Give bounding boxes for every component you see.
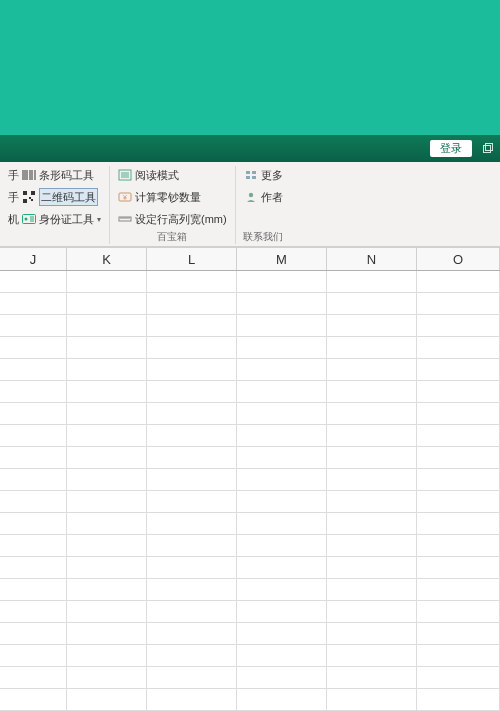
cell[interactable] <box>67 381 147 403</box>
calc-change-button[interactable]: ¥ 计算零钞数量 <box>116 188 229 206</box>
cell[interactable] <box>67 403 147 425</box>
cell[interactable] <box>237 381 327 403</box>
cell[interactable] <box>0 293 67 315</box>
cell[interactable] <box>327 491 417 513</box>
more-button[interactable]: 更多 <box>242 166 285 184</box>
column-header-N[interactable]: N <box>327 248 417 270</box>
column-header-J[interactable]: J <box>0 248 67 270</box>
row-col-mm-button[interactable]: 设定行高列宽(mm) <box>116 210 229 228</box>
qrcode-tool-button[interactable]: 二维码工具 <box>39 188 98 206</box>
cell[interactable] <box>327 403 417 425</box>
cell[interactable] <box>417 337 500 359</box>
cell[interactable] <box>67 623 147 645</box>
cell[interactable] <box>67 513 147 535</box>
column-header-O[interactable]: O <box>417 248 500 270</box>
cell[interactable] <box>237 557 327 579</box>
cell[interactable] <box>147 381 237 403</box>
cell[interactable] <box>67 557 147 579</box>
window-restore-icon[interactable] <box>480 142 494 156</box>
cell[interactable] <box>67 601 147 623</box>
cell[interactable] <box>147 689 237 711</box>
author-button[interactable]: 作者 <box>242 188 285 206</box>
cell[interactable] <box>67 293 147 315</box>
cell[interactable] <box>147 579 237 601</box>
cell[interactable] <box>147 535 237 557</box>
cell[interactable] <box>0 667 67 689</box>
cell[interactable] <box>417 557 500 579</box>
barcode-tool-button[interactable]: 条形码工具 <box>39 166 94 184</box>
column-header-K[interactable]: K <box>67 248 147 270</box>
cell[interactable] <box>327 623 417 645</box>
cell[interactable] <box>417 535 500 557</box>
cell[interactable] <box>147 271 237 293</box>
cell[interactable] <box>417 403 500 425</box>
cell[interactable] <box>237 293 327 315</box>
cell[interactable] <box>0 425 67 447</box>
cell[interactable] <box>67 469 147 491</box>
cell[interactable] <box>237 579 327 601</box>
cell[interactable] <box>0 513 67 535</box>
cell[interactable] <box>417 271 500 293</box>
cell[interactable] <box>237 623 327 645</box>
cell[interactable] <box>237 447 327 469</box>
cell[interactable] <box>327 557 417 579</box>
cell[interactable] <box>237 491 327 513</box>
cell[interactable] <box>237 689 327 711</box>
cell[interactable] <box>147 337 237 359</box>
cell[interactable] <box>417 689 500 711</box>
dropdown-caret-icon[interactable]: ▾ <box>97 215 101 224</box>
cell[interactable] <box>147 557 237 579</box>
cell[interactable] <box>327 381 417 403</box>
cell[interactable] <box>327 535 417 557</box>
cell[interactable] <box>0 315 67 337</box>
cell[interactable] <box>147 623 237 645</box>
cell[interactable] <box>327 579 417 601</box>
cell[interactable] <box>67 645 147 667</box>
cell[interactable] <box>237 359 327 381</box>
cell[interactable] <box>67 579 147 601</box>
cell[interactable] <box>0 403 67 425</box>
cell[interactable] <box>0 557 67 579</box>
cell[interactable] <box>417 425 500 447</box>
cell[interactable] <box>417 469 500 491</box>
cell[interactable] <box>327 513 417 535</box>
cell[interactable] <box>67 271 147 293</box>
cell[interactable] <box>0 579 67 601</box>
cell[interactable] <box>327 601 417 623</box>
cell[interactable] <box>147 513 237 535</box>
cell[interactable] <box>327 359 417 381</box>
cell[interactable] <box>327 667 417 689</box>
cell[interactable] <box>237 469 327 491</box>
cell[interactable] <box>67 535 147 557</box>
cell[interactable] <box>0 271 67 293</box>
column-header-M[interactable]: M <box>237 248 327 270</box>
cell[interactable] <box>327 337 417 359</box>
cell[interactable] <box>327 271 417 293</box>
cell[interactable] <box>0 337 67 359</box>
cell[interactable] <box>417 623 500 645</box>
cell[interactable] <box>67 425 147 447</box>
cell[interactable] <box>237 513 327 535</box>
cell[interactable] <box>0 601 67 623</box>
cell[interactable] <box>327 425 417 447</box>
cell[interactable] <box>0 645 67 667</box>
cell[interactable] <box>417 667 500 689</box>
cell[interactable] <box>327 469 417 491</box>
cell[interactable] <box>237 315 327 337</box>
cell[interactable] <box>67 689 147 711</box>
cell[interactable] <box>417 359 500 381</box>
cell[interactable] <box>417 579 500 601</box>
cell[interactable] <box>327 447 417 469</box>
cell[interactable] <box>327 293 417 315</box>
cell[interactable] <box>147 469 237 491</box>
cell[interactable] <box>327 689 417 711</box>
cell[interactable] <box>0 359 67 381</box>
cell[interactable] <box>67 337 147 359</box>
cell[interactable] <box>0 469 67 491</box>
reading-mode-button[interactable]: 阅读模式 <box>116 166 229 184</box>
cell[interactable] <box>67 359 147 381</box>
cell[interactable] <box>147 359 237 381</box>
cell[interactable] <box>147 601 237 623</box>
cell[interactable] <box>417 381 500 403</box>
cell[interactable] <box>147 425 237 447</box>
